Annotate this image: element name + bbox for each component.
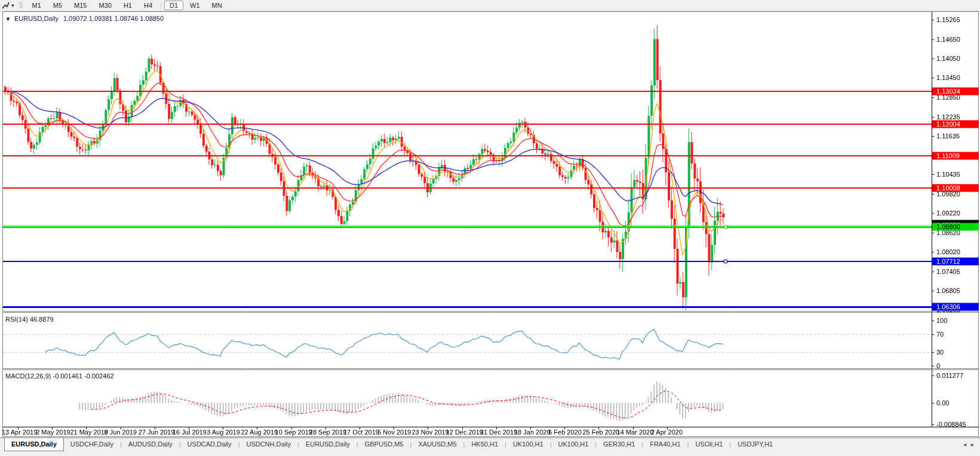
timeframe-button-m15[interactable]: M15 [69,1,92,10]
chart-ohlc-values: 1.09072 1.09381 1.08746 1.08850 [63,15,164,22]
tab-usoil-h1[interactable]: USOil,H1 [689,438,729,450]
toolbar: ▾ M1M5M15M30H1H4D1W1MN [0,0,980,11]
date-axis-label: 2 May 2019 [36,429,70,436]
collapse-chart-icon[interactable]: ▼ [5,16,11,22]
toolbar-grip [19,2,23,9]
date-axis-label: 28 Sep 2019 [309,429,346,436]
tab-scroll-right-icon[interactable]: ▸ [971,441,974,448]
date-axis-label: 13 Apr 2019 [2,429,37,436]
date-axis-label: 2 Apr 2020 [651,429,683,436]
date-axis-label: 3 Aug 2019 [207,429,240,436]
date-axis-label: 18 Jan 2020 [514,429,551,436]
tab-hk50-h1[interactable]: HK50,H1 [465,438,505,450]
timeframe-button-m30[interactable]: M30 [94,1,117,10]
date-axis-label: 12 Dec 2019 [446,429,483,436]
chevron-down-icon[interactable]: ▾ [11,1,17,10]
tab-usdcad-daily[interactable]: USDCAD,Daily [181,438,238,450]
time-axis: 13 Apr 20192 May 201921 May 20198 Jun 20… [0,429,932,437]
timeframe-button-h4[interactable]: H4 [139,1,158,10]
tab-xauusd-m5[interactable]: XAUUSD,M5 [411,438,463,450]
date-axis-label: 14 Mar 2020 [617,429,654,436]
timeframe-button-h1[interactable]: H1 [118,1,137,10]
tab-audusd-daily[interactable]: AUDUSD,Daily [122,438,179,450]
rsi-indicator-label: RSI(14) 46.8879 [5,316,54,323]
chart-title: ▼EURUSD,Daily1.09072 1.09381 1.08746 1.0… [5,15,164,22]
date-axis-label: 16 Jul 2019 [173,429,207,436]
chart-canvas[interactable] [0,0,980,456]
date-axis-label: 10 Sep 2019 [275,429,312,436]
chart-tab-bar: EURUSD,DailyUSDCHF,Daily|AUDUSD,Daily|US… [0,437,980,456]
tab-uk100-h1[interactable]: UK100,H1 [506,438,550,450]
date-axis-label: 5 Nov 2019 [377,429,411,436]
macd-indicator-label: MACD(12,26,9) -0.001461 -0.002462 [5,372,114,380]
mt4-window: ▾ M1M5M15M30H1H4D1W1MN ▼EURUSD,Daily1.09… [0,0,980,456]
date-axis-label: 27 Jun 2019 [139,429,175,436]
chart-symbol-label: EURUSD,Daily [14,15,59,22]
tab-gbpusd-m5[interactable]: GBPUSD,M5 [358,438,410,450]
date-axis-label: 23 Nov 2019 [411,429,448,436]
timeframe-button-mn[interactable]: MN [207,1,228,10]
toolbar-separator [161,2,161,10]
date-axis-label: 17 Oct 2019 [343,429,379,436]
tab-usdcnh-daily[interactable]: USDCNH,Daily [239,438,297,450]
tab-eurusd-daily[interactable]: EURUSD,Daily [4,438,64,451]
timeframe-button-d1[interactable]: D1 [164,1,183,10]
timeframe-group: M1M5M15M30H1H4D1W1MN [26,1,228,10]
timeframe-button-w1[interactable]: W1 [185,1,205,10]
tab-usdchf-daily[interactable]: USDCHF,Daily [64,438,120,450]
tab-ger30-h1[interactable]: GER30,H1 [597,438,641,450]
tab-uk100-h1[interactable]: UK100,H1 [552,438,595,450]
tab-scroll-left-icon[interactable]: ◂ [963,441,966,448]
timeframe-button-m5[interactable]: M5 [48,1,67,10]
tab-usdjpy-h1[interactable]: USDJPY,H1 [731,438,779,450]
date-axis-label: 6 Feb 2020 [548,429,582,436]
date-axis-label: 8 Jun 2019 [105,429,137,436]
date-axis-label: 31 Dec 2019 [480,429,517,436]
tab-fra40-h1[interactable]: FRA40,H1 [643,438,687,450]
date-axis-label: 21 May 2019 [70,429,108,436]
date-axis-label: 25 Feb 2020 [582,429,619,436]
chart-cursor-icon[interactable] [0,1,11,10]
timeframe-button-m1[interactable]: M1 [27,1,47,10]
tab-eurusd-daily[interactable]: EURUSD,Daily [299,438,357,450]
date-axis-label: 22 Aug 2019 [241,429,278,436]
